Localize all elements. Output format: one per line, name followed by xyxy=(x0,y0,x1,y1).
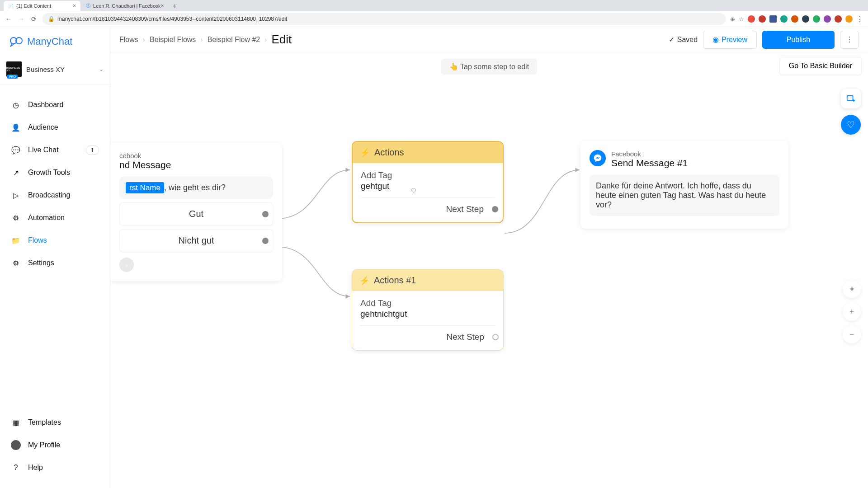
next-step-row[interactable]: Next Step xyxy=(360,332,495,342)
nav-automation[interactable]: ⚙ Automation xyxy=(0,206,110,229)
messenger-icon xyxy=(590,150,606,166)
chat-icon: 💬 xyxy=(11,145,21,155)
output-port[interactable] xyxy=(262,238,269,244)
reload-button[interactable]: ⟳ xyxy=(30,15,38,23)
extension-icon[interactable] xyxy=(791,15,798,23)
node-header: ⚡ Actions #1 xyxy=(352,270,503,291)
publish-button[interactable]: Publish xyxy=(762,31,835,49)
extension-icon[interactable] xyxy=(748,15,755,23)
node-actions[interactable]: ⚡ Actions Add Tag gehtgut Next Step xyxy=(352,141,504,223)
browser-tab[interactable]: ⓕ Leon R. Chaudhari | Facebook × xyxy=(81,1,169,11)
nav-live-chat[interactable]: 💬 Live Chat 1 xyxy=(0,139,110,161)
auto-layout-button[interactable]: ✦ xyxy=(843,280,861,298)
breadcrumb: Flows › Beispiel Flows › Beispiel Flow #… xyxy=(119,33,292,47)
translate-icon[interactable]: ⊕ xyxy=(730,16,735,23)
nav-flows[interactable]: 📁 Flows xyxy=(0,229,110,252)
zoom-tools: ✦ + − xyxy=(843,280,861,343)
node-title: nd Message xyxy=(119,160,171,170)
nav-label: Growth Tools xyxy=(28,169,70,177)
nav-label: Audience xyxy=(28,123,58,131)
audience-icon: 👤 xyxy=(11,122,21,132)
message-bubble[interactable]: rst Name, wie geht es dir? xyxy=(119,177,273,199)
help-icon: ? xyxy=(11,463,21,473)
node-title: Actions #1 xyxy=(374,275,416,286)
account-selector[interactable]: BUSINESS XY PRO Business XY ⌄ xyxy=(0,57,110,84)
nav-dashboard[interactable]: ◷ Dashboard xyxy=(0,94,110,116)
browser-chrome: 📄 (1) Edit Content × ⓕ Leon R. Chaudhari… xyxy=(0,0,868,27)
variable-pill: rst Name xyxy=(126,182,164,193)
sidebar: ManyChat BUSINESS XY PRO Business XY ⌄ ◷… xyxy=(0,27,110,488)
add-content-button[interactable] xyxy=(841,89,861,108)
nav-templates[interactable]: ▦ Templates xyxy=(0,411,110,434)
nav-label: Dashboard xyxy=(28,101,63,109)
extension-icon[interactable] xyxy=(813,15,820,23)
ai-assist-button[interactable]: ♡ xyxy=(841,115,861,135)
node-platform: Facebook xyxy=(611,150,688,158)
new-tab-button[interactable]: + xyxy=(170,1,180,11)
nav-help[interactable]: ? Help xyxy=(0,456,110,479)
nav-growth[interactable]: ↗ Growth Tools xyxy=(0,161,110,184)
avatar-icon[interactable] xyxy=(845,15,853,23)
crumb[interactable]: Beispiel Flows xyxy=(150,36,196,44)
goto-basic-button[interactable]: Go To Basic Builder xyxy=(779,57,862,75)
node-send-message-1[interactable]: Facebook Send Message #1 Danke für deine… xyxy=(580,141,788,229)
nav-profile[interactable]: My Profile xyxy=(0,434,110,456)
settings-icon: ⚙ xyxy=(11,258,21,268)
account-name: Business XY xyxy=(26,66,94,73)
tab-title: Leon R. Chaudhari | Facebook xyxy=(93,3,161,9)
crumb[interactable]: Beispiel Flow #2 xyxy=(208,36,260,44)
crumb-current: Edit xyxy=(272,33,292,47)
close-icon[interactable]: × xyxy=(73,3,76,9)
preview-button[interactable]: ◉ Preview xyxy=(703,31,757,49)
back-button[interactable]: ← xyxy=(5,15,13,23)
next-step-row[interactable]: Next Step xyxy=(361,204,495,214)
bolt-icon: ⚡ xyxy=(359,276,369,286)
extension-icon[interactable] xyxy=(835,15,842,23)
chevron-right-icon: › xyxy=(143,36,145,44)
nav-label: Live Chat xyxy=(28,146,59,154)
output-port[interactable] xyxy=(492,206,498,212)
output-port[interactable] xyxy=(492,334,499,340)
extension-icon[interactable] xyxy=(769,15,777,23)
eye-icon: ◉ xyxy=(712,35,719,44)
forward-button[interactable]: → xyxy=(17,15,25,23)
nav-broadcasting[interactable]: ▷ Broadcasting xyxy=(0,184,110,206)
message-bubble[interactable]: Danke für deine Antwort. Ich hoffe, dass… xyxy=(590,175,779,216)
quick-reply-button[interactable]: Nicht gut xyxy=(119,229,273,252)
nav-label: Settings xyxy=(28,259,54,267)
logo-row[interactable]: ManyChat xyxy=(0,32,110,57)
nav-audience[interactable]: 👤 Audience xyxy=(0,116,110,139)
continue-button[interactable]: › xyxy=(119,258,134,272)
tip-banner: 👆 Tap some step to edit xyxy=(441,59,537,75)
zoom-in-button[interactable]: + xyxy=(843,303,861,321)
quick-reply-button[interactable]: Gut xyxy=(119,202,273,225)
crumb[interactable]: Flows xyxy=(119,36,138,44)
extension-icon[interactable] xyxy=(824,15,831,23)
zoom-out-button[interactable]: − xyxy=(843,325,861,343)
close-icon[interactable]: × xyxy=(161,3,164,9)
automation-icon: ⚙ xyxy=(11,213,21,223)
templates-icon: ▦ xyxy=(11,418,21,427)
chrome-menu-icon[interactable]: ⋮ xyxy=(856,15,863,23)
nav-settings[interactable]: ⚙ Settings xyxy=(0,252,110,274)
flow-canvas[interactable]: 👆 Tap some step to edit Go To Basic Buil… xyxy=(110,52,868,488)
star-icon[interactable]: ☆ xyxy=(739,16,744,23)
growth-icon: ↗ xyxy=(11,168,21,178)
divider xyxy=(360,325,495,326)
url-field[interactable]: 🔒 manychat.com/fb181039443240830​9/cms/f… xyxy=(42,13,726,25)
more-button[interactable]: ⋮ xyxy=(840,31,859,49)
main-area: Flows › Beispiel Flows › Beispiel Flow #… xyxy=(110,27,868,488)
lock-icon: 🔒 xyxy=(48,16,55,22)
extension-icon[interactable] xyxy=(759,15,766,23)
bolt-icon: ⚡ xyxy=(360,148,370,158)
topbar-actions: ✓ Saved ◉ Preview Publish ⋮ xyxy=(669,31,859,49)
node-title: Actions xyxy=(374,147,404,158)
extension-icon[interactable] xyxy=(780,15,788,23)
output-port[interactable] xyxy=(262,211,269,217)
nav-label: My Profile xyxy=(28,441,60,449)
node-actions-1[interactable]: ⚡ Actions #1 Add Tag gehtnichtgut Next S… xyxy=(352,269,504,351)
node-send-message[interactable]: cebook nd Message rst Name, wie geht es … xyxy=(110,143,282,281)
chevron-down-icon: ⌄ xyxy=(99,66,104,72)
browser-tab[interactable]: 📄 (1) Edit Content × xyxy=(4,1,80,11)
extension-icon[interactable] xyxy=(802,15,809,23)
